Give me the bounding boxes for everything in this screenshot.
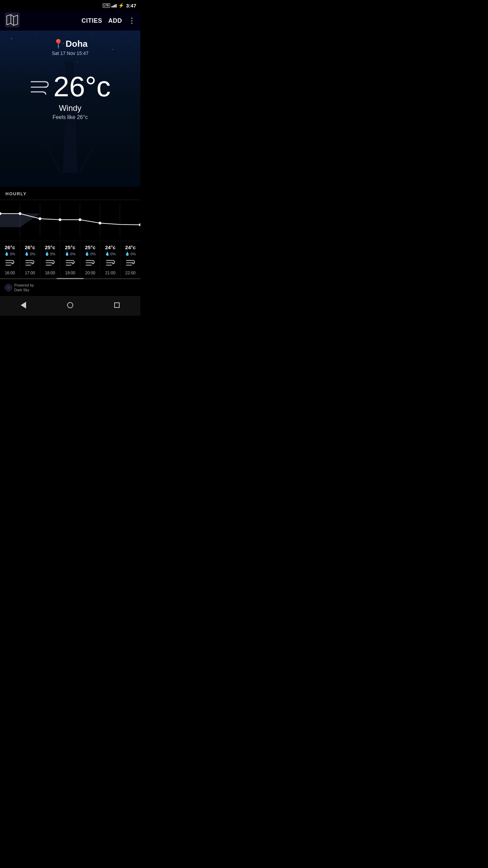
hour-temp: 26°c — [5, 244, 15, 250]
hour-precip: 💧 0% — [85, 252, 96, 256]
svg-point-25 — [39, 217, 41, 220]
location-pin-icon: 📍 — [53, 39, 64, 49]
hour-time: 18:00 — [45, 271, 55, 275]
hour-temp: 24°c — [125, 244, 136, 250]
hour-column: 24°c 💧 0% 21:00 — [100, 241, 120, 278]
recent-icon — [114, 302, 120, 308]
status-bar: LTE ⚡ 3:47 — [0, 0, 140, 11]
hour-time: 17:00 — [25, 271, 35, 275]
hour-precip: 💧 0% — [65, 252, 76, 256]
hour-precip: 💧 0% — [45, 252, 56, 256]
hour-precip: 💧 0% — [4, 252, 15, 256]
svg-point-28 — [99, 222, 101, 224]
home-icon — [67, 302, 73, 308]
temperature-row: 26°c — [29, 72, 110, 101]
rain-drop-icon: 💧 — [45, 252, 49, 256]
hour-precip-value: 0% — [70, 252, 76, 256]
svg-point-26 — [59, 218, 61, 221]
feels-like: Feels like 26°c — [53, 114, 88, 120]
hour-precip-value: 0% — [90, 252, 96, 256]
battery-icon: ⚡ — [118, 3, 124, 8]
rain-drop-icon: 💧 — [4, 252, 9, 256]
city-name: Doha — [66, 39, 88, 49]
hour-precip-value: 0% — [10, 252, 15, 256]
rain-drop-icon: 💧 — [125, 252, 130, 256]
city-datetime: Sat 17 Nov 15:47 — [52, 51, 88, 56]
status-icons: LTE ⚡ — [103, 3, 124, 8]
hour-column: 25°c 💧 0% 19:00 — [60, 241, 80, 278]
hour-precip: 💧 0% — [105, 252, 116, 256]
hour-wind-icon — [45, 259, 55, 268]
weather-condition: Windy — [59, 103, 82, 113]
dark-sky-icon — [5, 284, 12, 291]
home-button[interactable] — [67, 302, 73, 308]
hour-temp: 25°c — [65, 244, 75, 250]
powered-by-text: Powered by Dark Sky — [14, 283, 34, 293]
city-name-row: 📍 Doha — [53, 39, 88, 49]
svg-point-29 — [139, 223, 140, 226]
hour-temp: 24°c — [105, 244, 116, 250]
add-button[interactable]: ADD — [108, 17, 122, 24]
temperature-display: 26°c — [53, 72, 110, 101]
hour-column: 24°c 💧 0% 22:00 — [121, 241, 140, 278]
hourly-chart — [0, 200, 140, 241]
hourly-section: HOURLY 26°c 💧 — [0, 186, 140, 278]
hour-wind-icon — [65, 259, 75, 268]
rain-drop-icon: 💧 — [24, 252, 29, 256]
svg-point-27 — [79, 218, 81, 221]
rain-drop-icon: 💧 — [65, 252, 69, 256]
hourly-columns: 26°c 💧 0% 16:00 26°c 💧 0% — [0, 241, 140, 278]
weather-hero: 📍 Doha Sat 17 Nov 15:47 26°c Windy Feels… — [0, 31, 140, 186]
lte-indicator: LTE — [103, 3, 110, 8]
hour-time: 19:00 — [65, 271, 75, 275]
hourly-header: HOURLY — [0, 186, 140, 200]
hour-time: 20:00 — [85, 271, 95, 275]
hour-time: 22:00 — [125, 271, 136, 275]
hour-column: 26°c 💧 0% 16:00 — [0, 241, 20, 278]
wind-icon-large — [29, 78, 50, 95]
hour-column: 25°c 💧 0% 20:00 — [80, 241, 100, 278]
hour-wind-icon — [25, 259, 35, 268]
nav-actions: CITIES ADD ⋮ — [81, 17, 136, 24]
hour-temp: 26°c — [25, 244, 35, 250]
hour-precip: 💧 0% — [24, 252, 35, 256]
svg-line-11 — [44, 139, 61, 173]
rain-drop-icon: 💧 — [105, 252, 110, 256]
powered-by-bar: Powered by Dark Sky — [0, 279, 140, 296]
rain-drop-icon: 💧 — [85, 252, 89, 256]
more-menu-button[interactable]: ⋮ — [128, 17, 136, 24]
cities-button[interactable]: CITIES — [81, 17, 102, 24]
recent-button[interactable] — [114, 302, 120, 308]
hour-precip-value: 0% — [30, 252, 35, 256]
signal-icon — [111, 3, 117, 7]
back-button[interactable] — [21, 302, 26, 309]
hour-precip: 💧 0% — [125, 252, 136, 256]
hour-column: 26°c 💧 0% 17:00 — [20, 241, 40, 278]
hour-precip-value: 0% — [110, 252, 116, 256]
back-icon — [21, 302, 26, 309]
hour-temp: 25°c — [45, 244, 55, 250]
svg-point-24 — [19, 212, 21, 215]
navigation-bar — [0, 296, 140, 316]
hour-wind-icon — [126, 259, 135, 268]
hour-precip-value: 0% — [130, 252, 136, 256]
hour-precip-value: 0% — [50, 252, 56, 256]
app-logo[interactable] — [5, 13, 20, 29]
hour-column: 25°c 💧 0% 18:00 — [40, 241, 60, 278]
status-time: 3:47 — [126, 3, 136, 8]
hour-time: 16:00 — [5, 271, 15, 275]
top-nav: CITIES ADD ⋮ — [0, 11, 140, 31]
svg-marker-22 — [0, 214, 40, 227]
hour-time: 21:00 — [105, 271, 116, 275]
hour-wind-icon — [85, 259, 95, 268]
hour-wind-icon — [5, 259, 15, 268]
hour-temp: 25°c — [85, 244, 96, 250]
svg-line-12 — [79, 139, 98, 173]
hour-wind-icon — [106, 259, 115, 268]
svg-rect-4 — [0, 173, 140, 186]
